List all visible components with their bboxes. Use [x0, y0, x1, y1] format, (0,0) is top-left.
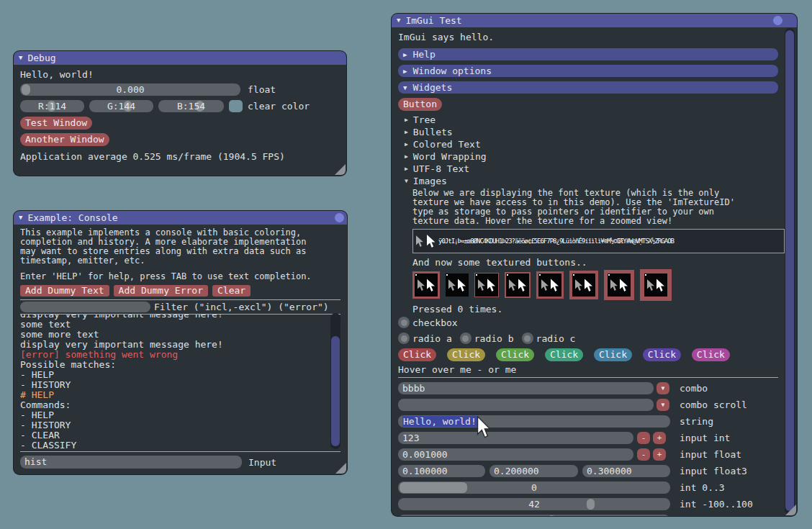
- slider-float-label: float: [680, 515, 708, 517]
- collapse-arrow-icon[interactable]: ▼: [19, 55, 22, 61]
- header-help[interactable]: ▶ Help: [398, 48, 778, 60]
- radio-label: radio b: [474, 333, 514, 344]
- plus-icon[interactable]: +: [653, 448, 666, 461]
- click-button-4[interactable]: Click: [545, 348, 583, 361]
- string-input[interactable]: Hello, world!: [398, 415, 670, 428]
- debug-window: ▼ Debug Hello, world! 0.000 float R:114 …: [13, 50, 347, 176]
- test-window-button[interactable]: Test Window: [20, 117, 92, 130]
- float3-x: 0.100000: [402, 465, 448, 477]
- click-button-1[interactable]: Click: [398, 348, 436, 361]
- font-texture-image[interactable]: ýÇf}-{ÿj()[]‖%ÝBÑòÛôóÃÄÅÀô½¼ÙÚŽŠÅÉÊ/å|ÈÞ…: [412, 229, 785, 253]
- image-button[interactable]: [412, 271, 440, 299]
- int-slider[interactable]: 0: [398, 481, 670, 494]
- log-line: Possible matches:: [20, 360, 340, 370]
- click-button-3[interactable]: Click: [496, 348, 534, 361]
- tree-node-bullets[interactable]: ▶ Bullets: [398, 126, 778, 138]
- close-icon[interactable]: [773, 16, 782, 25]
- clear-color-swatch[interactable]: [229, 100, 243, 112]
- slider-int-b-row: 42 int -100..100: [398, 498, 778, 510]
- console-window: ▼ Example: Console This example implemen…: [13, 210, 348, 475]
- resize-grip-icon[interactable]: [785, 505, 796, 515]
- string-value: Hello, world!: [402, 416, 477, 427]
- triangle-right-icon: ▶: [403, 51, 407, 58]
- color-r-slider[interactable]: R:114: [20, 100, 84, 112]
- float3-input-z[interactable]: 0.300000: [582, 465, 670, 477]
- color-b-slider[interactable]: B:154: [158, 100, 224, 112]
- collapse-arrow-icon[interactable]: ▼: [397, 17, 400, 24]
- int-input[interactable]: 123: [398, 432, 633, 444]
- add-dummy-text-button[interactable]: Add Dummy Text: [20, 285, 109, 297]
- scrollbar-thumb[interactable]: [785, 30, 794, 511]
- another-window-button[interactable]: Another Window: [20, 133, 109, 146]
- slider-value: 42: [398, 498, 670, 510]
- imgui-test-titlebar[interactable]: ▼ ImGui Test: [392, 14, 797, 27]
- plus-icon[interactable]: +: [653, 432, 666, 444]
- tree-label: Colored Text: [413, 139, 481, 150]
- log-line: - CLASSIFY: [20, 440, 340, 451]
- resize-grip-icon[interactable]: [335, 463, 346, 474]
- help-line: Enter 'HELP' for help, press TAB to use …: [20, 272, 340, 281]
- tree-node-tree[interactable]: ▶ Tree: [398, 114, 778, 126]
- radio-button-c[interactable]: [522, 333, 533, 344]
- minus-icon[interactable]: -: [637, 448, 650, 461]
- console-titlebar[interactable]: ▼ Example: Console: [14, 211, 347, 225]
- radio-button-a[interactable]: [398, 333, 410, 344]
- image-button[interactable]: [505, 272, 531, 298]
- minus-icon[interactable]: -: [637, 432, 650, 444]
- color-g-slider[interactable]: G:144: [89, 100, 153, 112]
- image-button[interactable]: [604, 270, 634, 300]
- image-button[interactable]: [446, 273, 469, 297]
- console-log[interactable]: display very important message here! som…: [20, 315, 340, 451]
- image-button[interactable]: [640, 269, 672, 301]
- click-button-5[interactable]: Click: [594, 348, 632, 361]
- tree-node-colored-text[interactable]: ▶ Colored Text: [398, 138, 778, 150]
- tree-node-utf8-text[interactable]: ▶ UTF-8 Text: [398, 163, 778, 175]
- image-button[interactable]: [569, 271, 598, 299]
- intro-line: timestamp, emitter, etc.: [20, 256, 340, 266]
- window-title: Example: Console: [27, 212, 117, 223]
- combo-scroll-row: ▼ combo scroll: [398, 399, 778, 411]
- log-line: - HELP: [20, 410, 340, 420]
- scrollbar-thumb[interactable]: [331, 336, 340, 446]
- collapse-arrow-icon[interactable]: ▼: [19, 214, 22, 221]
- radio-button-b[interactable]: [460, 333, 472, 344]
- close-icon[interactable]: [335, 213, 344, 222]
- image-button[interactable]: [536, 271, 564, 299]
- int-slider[interactable]: 42: [398, 498, 670, 510]
- header-widgets[interactable]: ▼ Widgets: [398, 81, 778, 94]
- combo-scroll-box[interactable]: [398, 399, 654, 411]
- debug-titlebar[interactable]: ▼ Debug: [14, 51, 346, 65]
- float3-input-x[interactable]: 0.100000: [398, 465, 485, 477]
- header-window-options[interactable]: ▶ Window options: [398, 65, 778, 77]
- add-dummy-error-button[interactable]: Add Dummy Error: [114, 285, 208, 297]
- hover-text[interactable]: Hover over me - or me: [398, 365, 778, 374]
- float-slider[interactable]: 1.123: [398, 515, 670, 517]
- resize-grip-icon[interactable]: [335, 164, 346, 175]
- image-button[interactable]: [474, 273, 499, 297]
- imgui-test-scrollbar[interactable]: [785, 28, 795, 515]
- combo-scroll-label: combo scroll: [680, 399, 747, 410]
- log-line-highlight: # HELP: [20, 390, 340, 400]
- float-input[interactable]: 0.001000: [398, 448, 633, 461]
- click-button-6[interactable]: Click: [643, 348, 681, 361]
- tree-node-images[interactable]: ▼ Images: [398, 175, 778, 187]
- mouse-cursor-icon: [475, 416, 492, 439]
- console-scrollbar[interactable]: [330, 313, 340, 449]
- button-widget[interactable]: Button: [398, 98, 442, 111]
- combo-box[interactable]: bbbb: [398, 382, 654, 394]
- click-button-7[interactable]: Click: [692, 348, 730, 361]
- filter-input[interactable]: [20, 302, 150, 312]
- chevron-down-icon[interactable]: ▼: [657, 399, 669, 411]
- radio-row: radio a radio b radio c: [398, 333, 778, 344]
- float-slider[interactable]: 0.000: [20, 83, 240, 96]
- float3-input-y[interactable]: 0.200000: [490, 465, 578, 477]
- console-input[interactable]: hist: [20, 456, 242, 469]
- tree-node-word-wrapping[interactable]: ▶ Word Wrapping: [398, 150, 778, 163]
- click-button-2[interactable]: Click: [447, 348, 485, 361]
- chevron-down-icon[interactable]: ▼: [657, 382, 669, 394]
- images-text-line: texture data. Hover the texture for a zo…: [412, 217, 778, 226]
- checkbox[interactable]: [398, 317, 410, 328]
- triangle-right-icon: ▶: [405, 166, 408, 172]
- clear-button[interactable]: Clear: [212, 285, 251, 297]
- texture-glyph-row: ÿ0JtI¡Þ¤±œ8ØNC4KDUH1Þ23?äëöø¢£5E6F7P8¿9L…: [438, 238, 687, 245]
